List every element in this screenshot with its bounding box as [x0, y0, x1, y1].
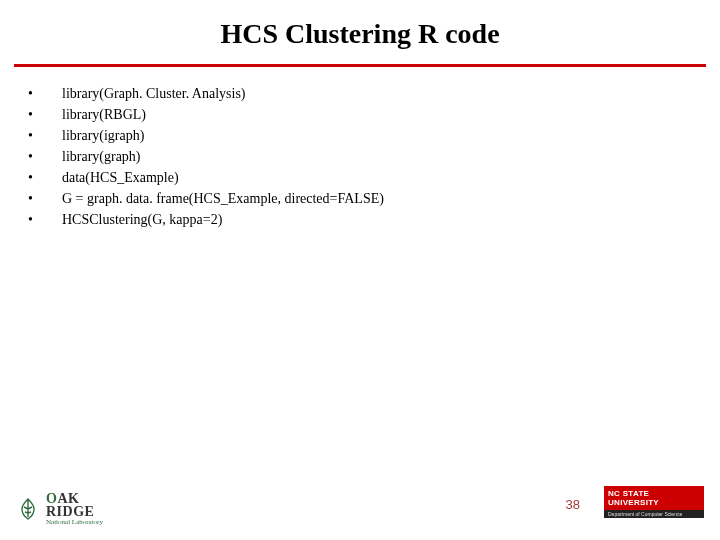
list-item: • library(Graph. Cluster. Analysis): [22, 83, 720, 104]
bullet-text: G = graph. data. frame(HCS_Example, dire…: [62, 188, 384, 209]
bullet-dot: •: [22, 188, 62, 209]
ncstate-sub: Department of Computer Science: [604, 510, 704, 518]
slide-title: HCS Clustering R code: [0, 0, 720, 64]
ncstate-logo: NC STATE UNIVERSITY Department of Comput…: [604, 486, 704, 518]
bullet-dot: •: [22, 83, 62, 104]
oak-leaf-icon: [16, 497, 40, 521]
list-item: • library(graph): [22, 146, 720, 167]
list-item: • HCSClustering(G, kappa=2): [22, 209, 720, 230]
divider-rule: [14, 64, 706, 67]
list-item: • G = graph. data. frame(HCS_Example, di…: [22, 188, 720, 209]
bullet-text: data(HCS_Example): [62, 167, 179, 188]
page-number: 38: [566, 497, 580, 512]
footer: OAK RIDGE National Laboratory 38 NC STAT…: [0, 484, 720, 530]
bullet-list: • library(Graph. Cluster. Analysis) • li…: [22, 83, 720, 230]
oak-ridge-logo: OAK RIDGE National Laboratory: [16, 492, 103, 526]
list-item: • data(HCS_Example): [22, 167, 720, 188]
bullet-text: library(RBGL): [62, 104, 146, 125]
slide: HCS Clustering R code • library(Graph. C…: [0, 0, 720, 540]
bullet-dot: •: [22, 146, 62, 167]
list-item: • library(igraph): [22, 125, 720, 146]
list-item: • library(RBGL): [22, 104, 720, 125]
bullet-text: library(graph): [62, 146, 141, 167]
oak-ridge-word: RIDGE: [46, 505, 103, 518]
bullet-text: HCSClustering(G, kappa=2): [62, 209, 222, 230]
oak-ridge-text: OAK RIDGE National Laboratory: [46, 492, 103, 526]
oak-ridge-sub: National Laboratory: [46, 519, 103, 526]
ncstate-main: NC STATE UNIVERSITY: [604, 486, 704, 510]
bullet-text: library(Graph. Cluster. Analysis): [62, 83, 246, 104]
bullet-dot: •: [22, 125, 62, 146]
bullet-dot: •: [22, 104, 62, 125]
bullet-dot: •: [22, 209, 62, 230]
bullet-text: library(igraph): [62, 125, 144, 146]
bullet-dot: •: [22, 167, 62, 188]
